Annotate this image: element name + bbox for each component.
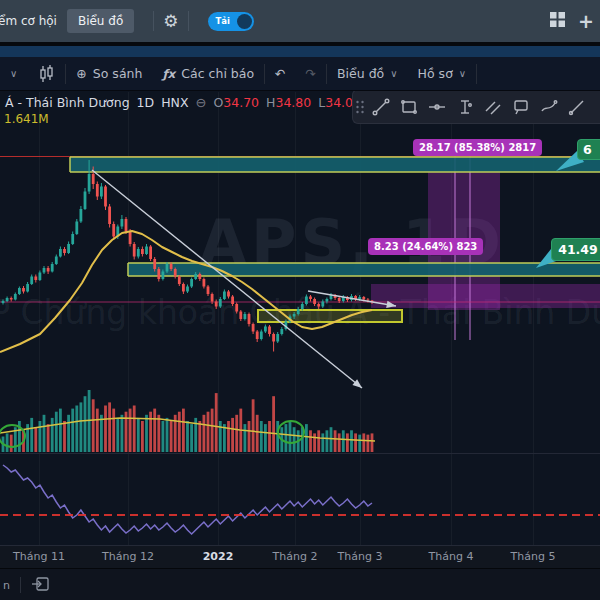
toolbar-drag-handle-icon[interactable] — [353, 90, 367, 123]
collapse-panel-icon[interactable]: ∨ — [0, 68, 27, 79]
high-value: 34.80 — [275, 95, 311, 110]
gear-icon[interactable]: ⚙ — [163, 13, 178, 30]
open-label: O — [213, 95, 223, 110]
axis-month-label: Tháng 12 — [102, 550, 154, 563]
toggle-knob — [237, 14, 252, 29]
redo-icon[interactable]: ↷ — [296, 66, 326, 81]
load-toggle[interactable]: Tải — [208, 12, 254, 31]
price-level-label-41-49[interactable]: 41.49 — [551, 238, 600, 261]
measure-tool-icon[interactable] — [451, 90, 479, 123]
toggle-label: Tải — [216, 16, 230, 26]
bottom-bar: n — [0, 568, 600, 600]
compare-label: So sánh — [93, 66, 143, 81]
go-to-date-icon[interactable] — [31, 576, 50, 595]
axis-month-label: Tháng 11 — [13, 550, 65, 563]
profile-menu-label: Hồ sơ — [418, 66, 453, 81]
rectangle-tool-icon[interactable] — [395, 90, 423, 123]
layout-grid-icon[interactable] — [549, 11, 566, 31]
divider — [153, 11, 154, 31]
floating-drawing-toolbar — [352, 89, 600, 124]
callout-tool-icon[interactable] — [507, 90, 535, 123]
trend-line-tool-icon[interactable] — [367, 90, 395, 123]
compare-icon: ⊕ — [76, 66, 86, 81]
opportunity-points-link[interactable]: ểm cơ hội — [0, 14, 65, 28]
candlestick-style-icon[interactable] — [27, 65, 65, 83]
collapse-ohlc-icon[interactable]: ⊖ — [196, 95, 207, 110]
divider — [476, 64, 477, 84]
divider — [188, 11, 189, 31]
brush-tool-icon[interactable] — [535, 90, 563, 123]
axis-month-label: Tháng 5 — [511, 550, 556, 563]
time-axis[interactable]: Tháng 11Tháng 122022Tháng 2Tháng 3Tháng … — [0, 545, 600, 568]
bottom-left-text: n — [3, 579, 10, 592]
horizontal-line-tool-icon[interactable] — [423, 90, 451, 123]
indicators-button[interactable]: ƒx Các chỉ báo — [152, 66, 264, 81]
exchange-label: HNX — [161, 95, 188, 110]
open-value: 34.70 — [223, 95, 259, 110]
chart-toolbar: ∨ ⊕ So sánh ƒx Các chỉ báo ↶ ↷ Biểu đồ ∨… — [0, 57, 600, 91]
chevron-down-icon: ∨ — [390, 68, 397, 79]
price-range-label-1[interactable]: 28.17 (85.38%) 2817 — [413, 139, 542, 156]
axis-month-label: Tháng 2 — [273, 550, 318, 563]
ray-line-tool-icon[interactable] — [563, 90, 591, 123]
price-level-label-top[interactable]: 6 — [577, 139, 600, 160]
trading-app-window: APS, 1DCTCP Chứng khoán Châu Á - Thái Bì… — [0, 0, 600, 600]
symbol-name[interactable]: Á - Thái Bình Dương — [5, 95, 130, 110]
chart-menu-button[interactable]: Biểu đồ ∨ — [327, 66, 408, 81]
compare-button[interactable]: ⊕ So sánh — [66, 66, 152, 81]
parallel-channel-tool-icon[interactable] — [479, 90, 507, 123]
divider — [20, 577, 21, 593]
chart-tab-button[interactable]: Biểu đồ — [67, 9, 134, 33]
axis-month-label: Tháng 4 — [429, 550, 474, 563]
chevron-down-icon: ∨ — [459, 68, 466, 79]
axis-month-label: 2022 — [203, 550, 234, 563]
browser-strip — [0, 46, 600, 57]
chart-menu-label: Biểu đồ — [337, 66, 384, 81]
profile-menu-button[interactable]: Hồ sơ ∨ — [408, 66, 477, 81]
undo-icon[interactable]: ↶ — [265, 66, 295, 81]
axis-month-label: Tháng 3 — [338, 550, 383, 563]
top-app-bar: ểm cơ hội Biểu đồ ⚙ Tải + — [0, 0, 600, 42]
indicators-label: Các chỉ báo — [181, 66, 254, 81]
price-range-label-2[interactable]: 8.23 (24.64%) 823 — [368, 238, 483, 255]
fx-icon: ƒx — [162, 67, 175, 81]
interval-button[interactable]: 1D — [137, 95, 155, 110]
add-icon[interactable]: + — [578, 10, 596, 32]
volume-value: 1.641M — [4, 112, 49, 126]
